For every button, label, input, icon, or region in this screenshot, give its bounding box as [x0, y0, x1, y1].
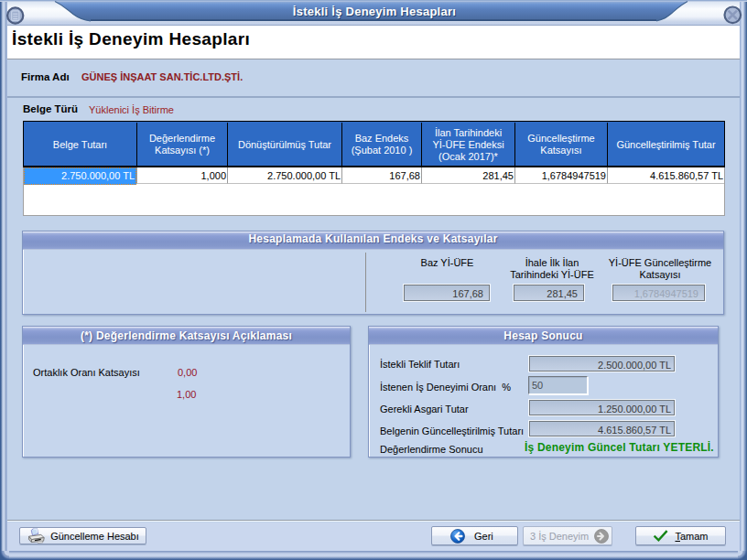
svg-text:İstekli İş Deneyim Hesapları: İstekli İş Deneyim Hesapları	[293, 5, 456, 18]
